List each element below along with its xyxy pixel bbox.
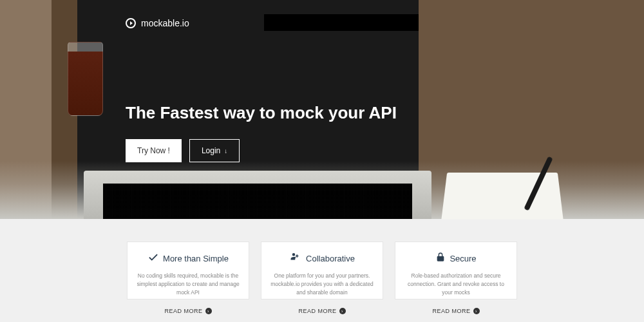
card-description: No coding skills required, mockable is t… bbox=[134, 272, 242, 296]
users-plus-icon bbox=[289, 251, 302, 265]
features-section: More than Simple No coding skills requir… bbox=[0, 219, 644, 322]
bg-keyboard-decor bbox=[103, 184, 412, 219]
arrow-down-icon: ↓ bbox=[224, 147, 227, 155]
hero-title: The Fastest way to mock your API bbox=[126, 103, 397, 123]
card-header: More than Simple bbox=[134, 251, 242, 265]
logo-play-icon bbox=[126, 18, 136, 28]
login-button[interactable]: Login ↓ bbox=[189, 139, 240, 162]
try-now-button[interactable]: Try Now ! bbox=[126, 139, 182, 162]
card-description: Role-based authorization and secure conn… bbox=[402, 272, 510, 296]
check-icon bbox=[147, 251, 159, 265]
brand-name[interactable]: mockable.io bbox=[141, 18, 189, 28]
chevron-right-icon: › bbox=[473, 308, 480, 314]
card-description: One platform for you and your partners. … bbox=[268, 272, 376, 296]
feature-card-secure: Secure Role-based authorization and secu… bbox=[395, 242, 517, 299]
hero-section: mockable.io The Fastest way to mock your… bbox=[0, 0, 644, 219]
card-title: Collaborative bbox=[306, 254, 355, 263]
login-label: Login bbox=[202, 146, 220, 155]
read-more-label: READ MORE bbox=[298, 308, 336, 314]
bg-notebook-decor bbox=[441, 173, 563, 220]
header: mockable.io bbox=[126, 18, 189, 28]
card-title: Secure bbox=[450, 254, 476, 263]
feature-card-simple: More than Simple No coding skills requir… bbox=[127, 242, 249, 299]
chevron-right-icon: › bbox=[205, 308, 212, 314]
try-now-label: Try Now ! bbox=[137, 146, 170, 155]
card-header: Collaborative bbox=[268, 251, 376, 265]
read-more-label: READ MORE bbox=[164, 308, 202, 314]
card-header: Secure bbox=[402, 251, 510, 265]
read-more-link[interactable]: READ MORE › bbox=[164, 308, 211, 314]
card-title: More than Simple bbox=[163, 254, 229, 263]
lock-icon bbox=[435, 251, 446, 265]
feature-card-collaborative: Collaborative One platform for you and y… bbox=[261, 242, 383, 299]
bg-glass-decor bbox=[68, 42, 103, 116]
redacted-bar bbox=[264, 14, 419, 31]
read-more-link[interactable]: READ MORE › bbox=[298, 308, 345, 314]
read-more-link[interactable]: READ MORE › bbox=[432, 308, 479, 314]
hero-button-row: Try Now ! Login ↓ bbox=[126, 139, 397, 162]
chevron-right-icon: › bbox=[339, 308, 346, 314]
read-more-label: READ MORE bbox=[432, 308, 470, 314]
hero-content: The Fastest way to mock your API Try Now… bbox=[126, 103, 397, 162]
